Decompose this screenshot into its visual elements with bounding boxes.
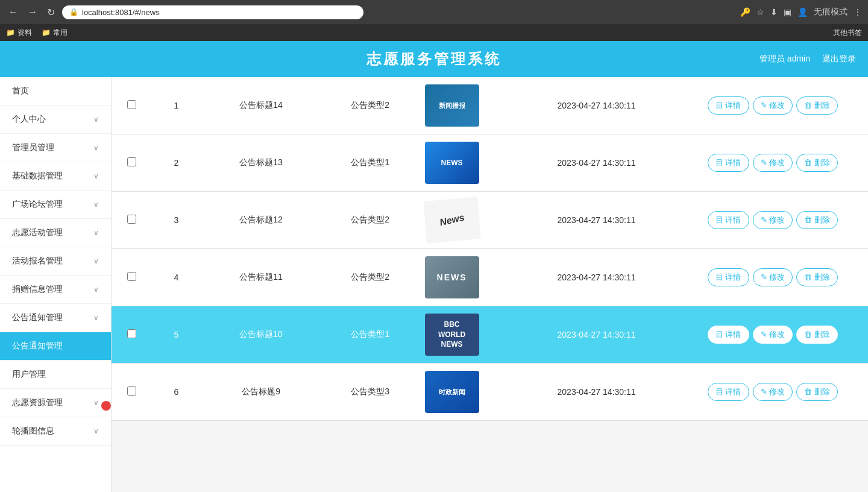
star-icon[interactable]: ☆ xyxy=(756,7,764,17)
row-actions: 目 详情 ✎ 修改 🗑 删除 xyxy=(684,96,862,115)
row-id: 1 xyxy=(152,77,200,134)
row-type: 公告类型3 xyxy=(322,364,419,421)
row-id: 5 xyxy=(152,306,200,364)
sidebar-item-home[interactable]: 首页 xyxy=(0,77,111,106)
sidebar-item-label: 活动报名管理 xyxy=(12,256,63,266)
sidebar-item-forum[interactable]: 广场论坛管理 ∨ xyxy=(0,191,111,219)
edit-button[interactable]: ✎ 修改 xyxy=(753,96,793,115)
sidebar-item-label: 个人中心 xyxy=(12,114,46,125)
nav-back-button[interactable]: ← xyxy=(6,4,20,20)
detail-button[interactable]: 目 详情 xyxy=(708,96,749,115)
sidebar-item-admin[interactable]: 管理员管理 ∨ xyxy=(0,134,111,162)
row-image: News xyxy=(423,197,481,244)
window-icon[interactable]: ▣ xyxy=(784,7,791,17)
menu-icon[interactable]: ⋮ xyxy=(854,7,862,17)
row-id: 3 xyxy=(152,192,200,249)
chevron-down-icon: ∨ xyxy=(93,172,99,180)
other-bookmarks-label: 其他书签 xyxy=(833,28,862,38)
row-checkbox[interactable] xyxy=(127,329,136,338)
detail-button[interactable]: 目 详情 xyxy=(708,383,749,401)
chevron-down-icon: ∨ xyxy=(93,115,99,124)
incognito-label: 无痕模式 xyxy=(814,7,848,17)
user-avatar-icon[interactable]: 👤 xyxy=(797,7,808,17)
row-checkbox[interactable] xyxy=(127,272,136,281)
detail-button[interactable]: 目 详情 xyxy=(708,211,749,229)
browser-right-icons: 🔑 ☆ ⬇ ▣ 👤 无痕模式 ⋮ xyxy=(740,7,862,17)
row-title: 公告标题9 xyxy=(201,364,322,421)
row-checkbox[interactable] xyxy=(127,215,136,224)
sidebar-item-notice-active[interactable]: 公告通知管理 xyxy=(0,332,111,361)
delete-button[interactable]: 🗑 删除 xyxy=(796,96,838,115)
detail-button[interactable]: 目 详情 xyxy=(708,268,749,286)
nav-forward-button[interactable]: → xyxy=(25,4,40,20)
sidebar-item-label: 公告通知管理 xyxy=(12,312,63,323)
sidebar-item-donation[interactable]: 捐赠信息管理 ∨ xyxy=(0,276,111,304)
bookmark-label: 常用 xyxy=(53,28,68,38)
key-icon[interactable]: 🔑 xyxy=(740,7,750,17)
delete-button[interactable]: 🗑 删除 xyxy=(796,383,838,401)
sidebar-item-activity-signup[interactable]: 活动报名管理 ∨ xyxy=(0,247,111,276)
delete-button[interactable]: 🗑 删除 xyxy=(796,326,838,344)
bookmark-item[interactable]: 📁 常用 xyxy=(42,28,68,38)
row-datetime: 2023-04-27 14:30:11 xyxy=(515,364,677,421)
chevron-down-icon: ∨ xyxy=(93,229,99,237)
app-wrapper: 志愿服务管理系统 管理员 admin 退出登录 首页 个人中心 ∨ 管理员管理 … xyxy=(0,41,868,492)
row-image: 时政新闻 xyxy=(425,371,479,413)
edit-button[interactable]: ✎ 修改 xyxy=(753,154,793,172)
sidebar-item-volunteer-activity[interactable]: 志愿活动管理 ∨ xyxy=(0,219,111,247)
edit-button[interactable]: ✎ 修改 xyxy=(753,383,793,401)
edit-button[interactable]: ✎ 修改 xyxy=(753,326,793,344)
table-row: 5 公告标题10 公告类型1 BBCWORLDNEWS 2023-04-27 1… xyxy=(112,306,868,364)
delete-button[interactable]: 🗑 删除 xyxy=(796,154,838,172)
detail-button[interactable]: 目 详情 xyxy=(708,154,749,172)
table-row: 3 公告标题12 公告类型2 News 2023-04-27 14:30:11 … xyxy=(112,192,868,249)
logout-button[interactable]: 退出登录 xyxy=(822,54,856,65)
main-content: 1 公告标题14 公告类型2 新闻播报 2023-04-27 14:30:11 … xyxy=(112,77,868,492)
bookmark-item[interactable]: 📁 资料 xyxy=(6,28,32,38)
detail-button[interactable]: 目 详情 xyxy=(708,326,749,344)
table-row: 1 公告标题14 公告类型2 新闻播报 2023-04-27 14:30:11 … xyxy=(112,77,868,134)
nav-refresh-button[interactable]: ↻ xyxy=(45,4,57,20)
sidebar-item-label: 志愿活动管理 xyxy=(12,227,63,238)
row-checkbox[interactable] xyxy=(127,386,136,396)
row-id: 4 xyxy=(152,249,200,306)
user-info: 管理员 admin 退出登录 xyxy=(760,54,856,65)
sidebar-item-profile[interactable]: 个人中心 ∨ xyxy=(0,106,111,134)
sidebar-item-notice-collapsed[interactable]: 公告通知管理 ∨ xyxy=(0,304,111,332)
chevron-down-icon: ∨ xyxy=(93,144,99,152)
url-bar[interactable]: 🔒 localhost:8081/#/news xyxy=(62,5,363,19)
row-datetime: 2023-04-27 14:30:11 xyxy=(515,249,677,306)
delete-button[interactable]: 🗑 删除 xyxy=(796,268,838,286)
bookmark-label: 资料 xyxy=(17,28,32,38)
row-title: 公告标题13 xyxy=(201,134,322,192)
row-image: BBCWORLDNEWS xyxy=(425,314,479,356)
download-icon[interactable]: ⬇ xyxy=(770,7,778,17)
row-actions: 目 详情 ✎ 修改 🗑 删除 xyxy=(684,383,862,401)
row-datetime: 2023-04-27 14:30:11 xyxy=(515,134,677,192)
row-title: 公告标题14 xyxy=(201,77,322,134)
edit-button[interactable]: ✎ 修改 xyxy=(753,211,793,229)
browser-chrome: ← → ↻ 🔒 localhost:8081/#/news 🔑 ☆ ⬇ ▣ 👤 … xyxy=(0,0,868,24)
table-row: 4 公告标题11 公告类型2 NEWS 2023-04-27 14:30:11 … xyxy=(112,249,868,306)
chevron-down-icon: ∨ xyxy=(93,427,99,435)
sidebar-item-volunteer-resource[interactable]: 志愿资源管理 ∨ xyxy=(0,389,111,417)
row-checkbox[interactable] xyxy=(127,100,136,109)
app-body: 首页 个人中心 ∨ 管理员管理 ∨ 基础数据管理 ∨ 广场论坛管理 ∨ 志愿活动… xyxy=(0,77,868,492)
row-title: 公告标题10 xyxy=(201,306,322,364)
sidebar-item-user[interactable]: 用户管理 xyxy=(0,361,111,389)
other-bookmarks[interactable]: 其他书签 xyxy=(833,28,862,38)
row-id: 2 xyxy=(152,134,200,192)
data-table: 1 公告标题14 公告类型2 新闻播报 2023-04-27 14:30:11 … xyxy=(112,77,868,421)
app-header: 志愿服务管理系统 管理员 admin 退出登录 xyxy=(0,41,868,77)
edit-button[interactable]: ✎ 修改 xyxy=(753,268,793,286)
row-checkbox[interactable] xyxy=(127,157,136,166)
lock-icon: 🔒 xyxy=(69,8,78,16)
row-type: 公告类型2 xyxy=(322,192,419,249)
row-image: 新闻播报 xyxy=(425,84,479,127)
row-datetime: 2023-04-27 14:30:11 xyxy=(515,77,677,134)
delete-button[interactable]: 🗑 删除 xyxy=(796,211,838,229)
user-label: 管理员 admin xyxy=(760,54,810,65)
sidebar-item-banner[interactable]: 轮播图信息 ∨ xyxy=(0,417,111,446)
folder-icon: 📁 xyxy=(42,28,51,37)
sidebar-item-basic-data[interactable]: 基础数据管理 ∨ xyxy=(0,162,111,191)
